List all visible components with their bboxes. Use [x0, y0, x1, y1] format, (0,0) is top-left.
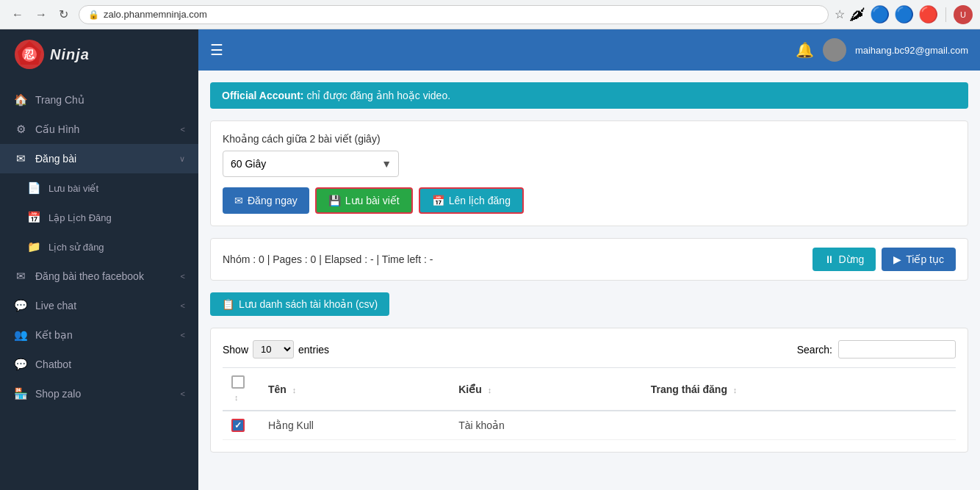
csv-label: Lưu danh sách tài khoản (csv) — [239, 298, 378, 310]
search-input[interactable] — [838, 340, 956, 359]
schedule-label: Lên lịch đăng — [449, 195, 511, 206]
sidebar-item-label: Lịch sử đăng — [48, 242, 185, 253]
play-icon: ▶ — [893, 253, 901, 265]
table-row: Hằng Kull Tài khoản — [223, 411, 956, 440]
back-button[interactable]: ← — [7, 6, 28, 23]
chat-icon: 💬 — [13, 299, 28, 312]
chevron-left-icon: < — [181, 301, 185, 310]
divider — [945, 7, 946, 22]
sort-icon-ten: ↕ — [292, 386, 297, 394]
extension-icon-3: 🔵 — [894, 5, 914, 24]
sidebar-logo: 忍 Ninja — [0, 29, 198, 79]
form-card: Khoảng cách giữa 2 bài viết (giây) 30 Gi… — [210, 120, 968, 226]
show-label: Show — [223, 344, 248, 356]
pause-icon: ⏸ — [824, 253, 835, 265]
entries-select[interactable]: 10 25 50 100 — [253, 340, 294, 359]
content-area: Official Account: chỉ được đăng ảnh hoặc… — [198, 71, 980, 490]
table-section: Show 10 25 50 100 entries Search: — [210, 328, 968, 453]
interval-select-wrap: 30 Giây 60 Giây 90 Giây 120 Giây 180 Giâ… — [223, 151, 399, 177]
sidebar-item-label: Kết bạn — [35, 329, 173, 341]
sidebar-item-cau-hinh[interactable]: ⚙ Cấu Hình < — [0, 115, 198, 144]
friends-icon: 👥 — [13, 328, 28, 342]
sidebar-item-shop-zalo[interactable]: 🏪 Shop zalo < — [0, 379, 198, 408]
sidebar-item-label: Shop zalo — [35, 388, 173, 400]
select-all-checkbox[interactable] — [231, 375, 245, 389]
notification-button[interactable]: 🔔 — [796, 41, 814, 59]
sidebar-item-label: Trang Chủ — [35, 94, 185, 106]
bot-icon: 💬 — [13, 358, 28, 371]
sort-icon-trang-thai: ↕ — [733, 386, 738, 394]
hamburger-button[interactable]: ☰ — [210, 41, 223, 59]
table-header-row: ↕ Tên ↕ Kiểu ↕ Trang thái đăng — [223, 368, 956, 411]
main-area: ☰ 🔔 maihang.bc92@gmail.com Official Acco… — [198, 29, 980, 490]
sidebar-item-ket-ban[interactable]: 👥 Kết bạn < — [0, 320, 198, 350]
sidebar-item-label: Lưu bài viết — [48, 183, 185, 194]
col-kieu: Kiểu ↕ — [450, 368, 642, 411]
sidebar-item-trang-chu[interactable]: 🏠 Trang Chủ — [0, 85, 198, 115]
refresh-button[interactable]: ↻ — [54, 6, 73, 23]
row-checkbox-cell — [223, 411, 259, 440]
extension-icon-2: 🔵 — [870, 5, 890, 24]
sidebar-item-luu-bai-viet[interactable]: 📄 Lưu bài viết — [0, 173, 198, 203]
sidebar-item-label: Cấu Hình — [35, 123, 173, 135]
user-avatar-browser[interactable]: U — [954, 5, 973, 24]
sort-icon-kieu: ↕ — [488, 386, 492, 394]
calendar-icon: 📅 — [26, 211, 41, 224]
interval-select[interactable]: 30 Giây 60 Giây 90 Giây 120 Giây 180 Giâ… — [223, 151, 399, 177]
sidebar-item-label: Đăng bài — [35, 153, 172, 165]
history-icon: 📁 — [26, 240, 41, 253]
row-ten: Hằng Kull — [259, 411, 450, 440]
post-now-button[interactable]: ✉ Đăng ngay — [223, 187, 309, 214]
sidebar-item-dang-bai[interactable]: ✉ Đăng bài ∨ — [0, 144, 198, 173]
sort-icon: ↕ — [234, 393, 239, 402]
csv-row: 📋 Lưu danh sách tài khoản (csv) — [210, 292, 968, 316]
user-email: maihang.bc92@gmail.com — [855, 45, 968, 56]
entries-label: entries — [298, 344, 329, 356]
sidebar-logo-text: Ninja — [50, 46, 90, 63]
sidebar-item-live-chat[interactable]: 💬 Live chat < — [0, 291, 198, 320]
sidebar-item-lap-lich-dang[interactable]: 📅 Lập Lịch Đăng — [0, 203, 198, 232]
accounts-table: ↕ Tên ↕ Kiểu ↕ Trang thái đăng — [223, 367, 956, 440]
shop-icon: 🏪 — [13, 387, 28, 400]
home-icon: 🏠 — [13, 93, 28, 107]
sidebar-item-chatbot[interactable]: 💬 Chatbot — [0, 350, 198, 379]
col-trang-thai: Trang thái đăng ↕ — [642, 368, 956, 411]
row-checkbox[interactable] — [231, 419, 245, 432]
address-bar[interactable]: 🔒 zalo.phanmemninja.com — [79, 5, 829, 24]
stats-bar: Nhóm : 0 | Pages : 0 | Elapsed : - | Tim… — [210, 238, 968, 281]
browser-action-area: ☆ 🌶 🔵 🔵 🔴 U — [835, 5, 973, 24]
col-ten-label: Tên — [268, 383, 287, 395]
col-kieu-label: Kiểu — [458, 383, 482, 395]
save-post-button[interactable]: 💾 Lưu bài viết — [315, 187, 413, 214]
send-icon: ✉ — [234, 195, 243, 206]
sidebar-item-label: Lập Lịch Đăng — [48, 212, 185, 223]
facebook-post-icon: ✉ — [13, 270, 28, 283]
chevron-icon: < — [181, 125, 185, 134]
sidebar-item-lich-su-dang[interactable]: 📁 Lịch sử đăng — [0, 232, 198, 262]
save-doc-icon: 📄 — [26, 181, 41, 195]
forward-button[interactable]: → — [31, 6, 51, 23]
url-text: zalo.phanmemninja.com — [104, 9, 207, 20]
search-label: Search: — [797, 344, 832, 356]
stats-actions: ⏸ Dừng ▶ Tiếp tục — [813, 248, 956, 271]
pause-button[interactable]: ⏸ Dừng — [813, 248, 876, 271]
file-icon: 📋 — [222, 298, 234, 310]
row-kieu: Tài khoản — [450, 411, 642, 440]
show-entries: Show 10 25 50 100 entries — [223, 340, 329, 359]
ninja-logo-icon: 忍 — [13, 38, 46, 71]
chevron-left-icon: < — [181, 331, 185, 339]
csv-button[interactable]: 📋 Lưu danh sách tài khoản (csv) — [210, 292, 389, 316]
app-container: 忍 Ninja 🏠 Trang Chủ ⚙ Cấu Hình < ✉ Đăng … — [0, 29, 980, 490]
search-wrap: Search: — [797, 340, 956, 359]
col-checkbox: ↕ — [223, 368, 259, 411]
svg-text:忍: 忍 — [24, 48, 35, 60]
sidebar-item-label: Live chat — [35, 300, 173, 311]
pause-label: Dừng — [839, 253, 865, 265]
sidebar-item-dang-bai-facebook[interactable]: ✉ Đăng bài theo facebook < — [0, 262, 198, 291]
bookmark-button[interactable]: ☆ — [835, 7, 845, 21]
chevron-left-icon: < — [181, 272, 185, 281]
save-icon: 💾 — [328, 195, 341, 206]
browser-bar: ← → ↻ 🔒 zalo.phanmemninja.com ☆ 🌶 🔵 🔵 🔴 … — [0, 0, 980, 29]
continue-button[interactable]: ▶ Tiếp tục — [882, 248, 956, 271]
schedule-button[interactable]: 📅 Lên lịch đăng — [419, 187, 524, 214]
